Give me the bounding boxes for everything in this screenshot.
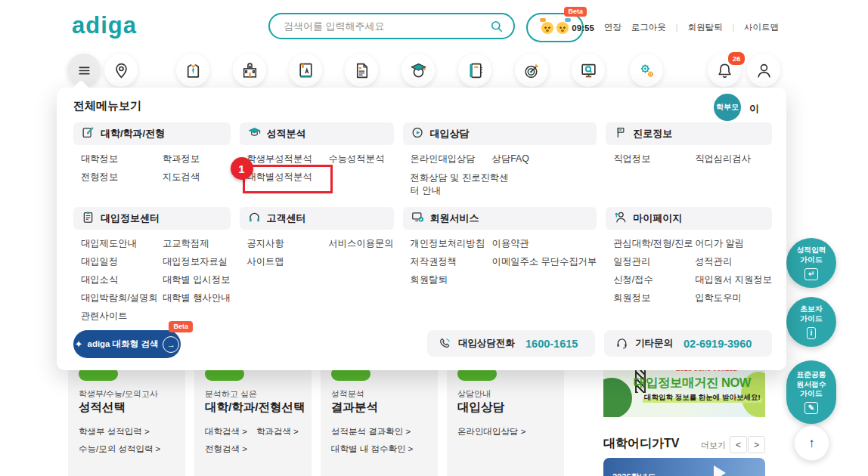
menu-item[interactable]: 회원탈퇴 <box>411 274 488 286</box>
menu-item[interactable]: 대입소식 <box>81 274 158 286</box>
notification-bell-icon[interactable]: 26 <box>708 54 741 87</box>
menu-item[interactable]: 회원정보 <box>613 292 690 304</box>
section-title: 성적분석 <box>267 127 306 141</box>
target-arrow-icon[interactable] <box>515 54 548 87</box>
menu-item[interactable]: 개인정보처리방침 <box>411 238 488 249</box>
menu-item[interactable]: 일정관리 <box>613 256 690 267</box>
card-subtitle: 분석하고 싶은 <box>205 388 257 400</box>
menu-item[interactable]: 상담FAQ <box>492 153 597 165</box>
menu-item[interactable]: 성적관리 <box>695 256 772 267</box>
section-header: 회원서비스 <box>403 207 597 230</box>
section-header: 고객센터 <box>240 207 394 230</box>
menu-item[interactable]: 직업심리검사 <box>695 153 772 165</box>
menu-item[interactable]: 학과정보 <box>163 153 231 165</box>
card-link[interactable]: 수능/모의 성적입력 > <box>79 444 160 455</box>
menu-item[interactable]: 신청/접수 <box>613 274 690 286</box>
phone-number[interactable]: 1600-1615 <box>525 338 578 350</box>
notebook-icon[interactable] <box>458 54 491 87</box>
gears-icon[interactable] <box>630 54 663 87</box>
menu-item[interactable]: 대학정보 <box>81 153 158 165</box>
section-items: 학생부성적분석수능성적분석대학별성적분석1 <box>247 153 394 183</box>
menu-section: 진로정보 직업정보직업심리검사 <box>606 122 772 196</box>
tv-section-title: 대학어디가TV <box>603 436 679 452</box>
menu-item[interactable]: 직업정보 <box>613 153 690 165</box>
search-input[interactable] <box>282 20 489 32</box>
mypage-icon <box>613 210 628 227</box>
phone-number[interactable]: 02-6919-3960 <box>684 338 752 350</box>
menu-item[interactable]: 이용약관 <box>492 238 597 249</box>
location-pin-icon[interactable] <box>104 54 138 87</box>
menu-item[interactable]: 저작권정책 <box>411 256 488 267</box>
beta-badge: Beta <box>564 7 587 17</box>
card-link[interactable]: 온라인대입상담 > <box>457 426 525 437</box>
header-link[interactable]: 연장 <box>604 22 622 33</box>
beginner-guide-button[interactable]: 초보자 가이드i <box>786 297 836 347</box>
menu-item[interactable]: 대입박람회/설명회 <box>81 292 158 304</box>
header-link[interactable]: 로그아웃 <box>631 22 666 33</box>
menu-item[interactable]: 지도검색 <box>163 172 231 183</box>
ai-search-button[interactable]: ✦ adiga 대화형 검색 → Beta <box>73 330 181 358</box>
grade-input-guide-button[interactable]: 성적입력 가이드↵ <box>786 238 836 288</box>
monitor-search-icon[interactable] <box>572 54 605 87</box>
divider: | <box>676 23 678 32</box>
next-button[interactable]: > <box>748 436 765 453</box>
menu-item[interactable]: 대입제도안내 <box>81 238 158 249</box>
scroll-to-top-button[interactable]: ↑ <box>794 425 829 461</box>
search-bar[interactable] <box>268 13 515 39</box>
menu-item[interactable]: 온라인대입상담 <box>411 153 488 165</box>
session-timer: 09:55 <box>572 23 594 32</box>
tree-illustration <box>603 378 632 417</box>
menu-item[interactable]: 공지사항 <box>247 238 324 249</box>
annotation-step-badge: 1 <box>231 157 253 180</box>
menu-section: 대입정보센터 대입제도안내고교학점제대입일정대입정보자료실대입소식대학별 입시정… <box>73 207 231 322</box>
search-icon[interactable] <box>489 19 504 34</box>
user-profile-icon[interactable] <box>747 54 780 87</box>
prev-button[interactable]: < <box>730 436 747 453</box>
dictionary-book-icon[interactable] <box>289 54 322 87</box>
menu-item[interactable]: 대입일정 <box>81 256 158 267</box>
adiga-logo[interactable]: adiga <box>72 12 137 39</box>
card-subtitle: 성적분석 <box>331 388 364 400</box>
menu-item[interactable]: 전화상담 및 진로진학센터 안내 <box>411 172 510 197</box>
menu-item[interactable]: 서비스이용문의 <box>329 238 394 249</box>
card-link[interactable]: 대학검색 > <box>205 426 247 437</box>
card-link[interactable]: 성적분석 결과확인 > <box>331 426 411 437</box>
menu-item[interactable]: 학생부성적분석 <box>247 153 324 165</box>
admission-phone-info: 대입상담전화 1600-1615 <box>427 330 595 357</box>
menu-item[interactable]: 관련사이트 <box>81 311 158 322</box>
menu-item[interactable]: 대학별 입시정보 <box>163 274 231 286</box>
university-building-icon[interactable] <box>233 54 266 87</box>
menu-item[interactable]: 대학별 행사안내 <box>163 292 231 304</box>
menu-item[interactable]: 대학별성적분석1 <box>247 172 324 183</box>
card-link[interactable]: 대학별 내 점수확인 > <box>331 444 413 455</box>
menu-item[interactable]: 대입정보자료실 <box>163 256 231 267</box>
menu-item[interactable]: 사이트맵 <box>247 256 324 267</box>
section-items: 관심대학/전형/진로어디가 알림일정관리성적관리신청/접수대입원서 지원정보회원… <box>613 238 772 304</box>
menu-item[interactable]: 이메일주소 무단수집거부 <box>492 256 597 267</box>
more-link[interactable]: 더보기 <box>701 440 726 451</box>
graduation-cap-icon[interactable] <box>401 54 435 87</box>
video-thumbnail[interactable]: 2026학년도 <box>603 458 765 476</box>
card-link[interactable]: 학과검색 > <box>256 426 299 437</box>
card-links: 대학검색 >학과검색 >전형검색 > <box>205 426 307 455</box>
menu-item[interactable]: 관심대학/전형/진로 <box>613 238 690 249</box>
card-link[interactable]: 학생부 성적입력 > <box>79 426 150 437</box>
user-name: 이 <box>749 102 759 116</box>
section-title: 마이페이지 <box>633 212 682 225</box>
header-link[interactable]: 회원탈퇴 <box>687 22 722 33</box>
menu-item[interactable]: 입학도우미 <box>695 292 772 304</box>
shirt-tie-icon[interactable] <box>176 54 209 87</box>
menu-item[interactable]: 고교학점제 <box>163 238 231 249</box>
hamburger-menu-icon[interactable] <box>67 54 101 87</box>
menu-item[interactable]: 어디가 알림 <box>695 238 772 249</box>
common-application-guide-button[interactable]: 표준공통 원서접수 가이드✎ <box>786 360 836 424</box>
notification-count-badge: 26 <box>727 51 746 66</box>
card-link[interactable]: 전형검색 > <box>205 444 247 455</box>
tv-section-header: 대학어디가TV 더보기 < > <box>603 436 765 453</box>
header-link[interactable]: 사이트맵 <box>744 22 779 33</box>
menu-item[interactable]: 수능성적분석 <box>329 153 394 165</box>
menu-item[interactable]: 전형정보 <box>81 172 158 183</box>
document-icon[interactable] <box>345 54 378 87</box>
menu-item[interactable]: 대입원서 지원정보 <box>695 274 772 286</box>
menu-section: 마이페이지 관심대학/전형/진로어디가 알림일정관리성적관리신청/접수대입원서 … <box>606 207 772 322</box>
